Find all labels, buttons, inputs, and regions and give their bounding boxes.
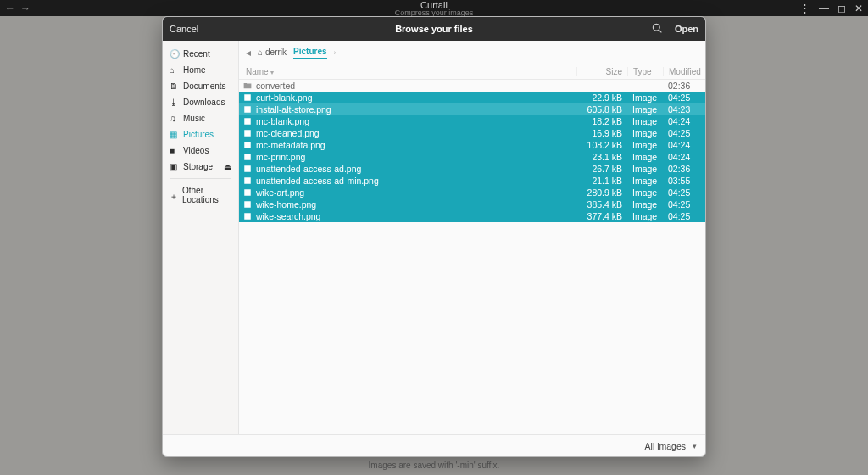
app-topbar: ← → Curtail Compress your images ⋮ — ◻ ✕ xyxy=(0,0,868,16)
dialog-header: Cancel Browse your files Open xyxy=(163,17,705,41)
sidebar-item-storage[interactable]: ▣Storage⏏ xyxy=(163,159,238,175)
sidebar-item-label: Pictures xyxy=(183,130,214,139)
file-modified: 04:25 xyxy=(663,211,705,221)
file-type: Image xyxy=(627,128,663,138)
file-row[interactable]: converted02:36 xyxy=(239,80,705,92)
videos-icon: ■ xyxy=(170,146,179,155)
col-name[interactable]: Name ▾ xyxy=(242,67,576,76)
file-name: mc-cleaned.png xyxy=(256,128,576,138)
eject-icon[interactable]: ⏏ xyxy=(224,162,231,171)
menu-icon[interactable]: ⋮ xyxy=(799,2,810,14)
file-size: 385.4 kB xyxy=(576,199,627,210)
image-file-icon xyxy=(242,200,253,209)
file-name: mc-metadata.png xyxy=(256,140,576,150)
file-size: 18.2 kB xyxy=(576,116,627,126)
file-name: mc-print.png xyxy=(256,152,576,162)
file-name: install-alt-store.png xyxy=(256,104,576,115)
file-size: 22.9 kB xyxy=(576,92,627,103)
file-type: Image xyxy=(627,104,663,115)
folder-icon xyxy=(242,81,253,90)
chevron-right-icon: › xyxy=(334,48,337,57)
sidebar-item-documents[interactable]: 🗎Documents xyxy=(163,78,238,94)
drive-icon: ▣ xyxy=(170,162,179,171)
breadcrumb-pictures[interactable]: Pictures xyxy=(293,47,326,59)
open-button[interactable]: Open xyxy=(675,24,698,34)
file-name: curt-blank.png xyxy=(256,92,576,103)
file-filter-select[interactable]: All images xyxy=(645,441,686,451)
image-file-icon xyxy=(242,153,253,161)
close-icon[interactable]: ✕ xyxy=(854,3,863,14)
file-size: 21.1 kB xyxy=(576,176,627,186)
image-file-icon xyxy=(242,93,253,102)
music-icon: ♫ xyxy=(170,114,179,123)
path-back-icon[interactable]: ◂ xyxy=(246,47,251,59)
breadcrumb-home[interactable]: ⌂derrik xyxy=(258,48,287,57)
forward-icon[interactable]: → xyxy=(20,3,31,14)
file-row[interactable]: mc-cleaned.png16.9 kBImage04:25 xyxy=(239,127,705,139)
file-type: Image xyxy=(627,199,663,210)
col-modified[interactable]: Modified xyxy=(663,67,705,76)
file-row[interactable]: mc-print.png23.1 kBImage04:24 xyxy=(239,151,705,163)
file-type: Image xyxy=(627,92,663,103)
col-size[interactable]: Size xyxy=(576,67,627,76)
image-file-icon xyxy=(242,212,253,221)
plus-icon: ＋ xyxy=(170,191,178,200)
image-file-icon xyxy=(242,165,253,173)
file-row[interactable]: install-alt-store.png605.8 kBImage04:23 xyxy=(239,103,705,115)
file-size: 280.9 kB xyxy=(576,187,627,198)
file-row[interactable]: mc-metadata.png108.2 kBImage04:24 xyxy=(239,139,705,151)
back-icon[interactable]: ← xyxy=(5,3,15,14)
file-size: 23.1 kB xyxy=(576,152,627,162)
file-row[interactable]: unattended-access-ad-min.png21.1 kBImage… xyxy=(239,175,705,187)
places-sidebar: 🕘Recent ⌂Home 🗎Documents ⭳Downloads ♫Mus… xyxy=(163,41,239,434)
col-type[interactable]: Type xyxy=(627,67,663,76)
file-size: 108.2 kB xyxy=(576,140,627,150)
dialog-footer: All images ▾ xyxy=(163,434,705,456)
file-row[interactable]: unattended-access-ad.png26.7 kBImage02:3… xyxy=(239,163,705,175)
image-file-icon xyxy=(242,176,253,185)
file-modified: 04:25 xyxy=(663,199,705,210)
sidebar-item-recent[interactable]: 🕘Recent xyxy=(163,46,238,62)
sidebar-item-label: Documents xyxy=(183,81,226,91)
file-modified: 03:55 xyxy=(663,176,705,186)
sidebar-item-downloads[interactable]: ⭳Downloads xyxy=(163,94,238,110)
documents-icon: 🗎 xyxy=(170,81,179,91)
file-modified: 02:36 xyxy=(663,81,705,91)
file-row[interactable]: wike-home.png385.4 kBImage04:25 xyxy=(239,198,705,210)
minimize-icon[interactable]: — xyxy=(819,3,829,14)
sidebar-item-label: Videos xyxy=(183,146,209,155)
cancel-button[interactable]: Cancel xyxy=(170,24,198,34)
pictures-icon: ▦ xyxy=(170,130,179,139)
image-file-icon xyxy=(242,117,253,126)
sidebar-item-label: Home xyxy=(183,65,206,75)
hint-text: Images are saved with '-min' suffix. xyxy=(369,461,500,470)
image-file-icon xyxy=(242,105,253,114)
sidebar-item-home[interactable]: ⌂Home xyxy=(163,62,238,78)
file-name: unattended-access-ad-min.png xyxy=(256,176,576,186)
sidebar-item-music[interactable]: ♫Music xyxy=(163,110,238,126)
file-row[interactable]: curt-blank.png22.9 kBImage04:25 xyxy=(239,92,705,103)
sidebar-item-label: Other Locations xyxy=(182,186,231,204)
maximize-icon[interactable]: ◻ xyxy=(837,3,846,14)
sidebar-item-videos[interactable]: ■Videos xyxy=(163,142,238,159)
file-size: 377.4 kB xyxy=(576,211,627,221)
sidebar-item-other-locations[interactable]: ＋Other Locations xyxy=(163,182,238,208)
file-name: converted xyxy=(256,81,576,91)
file-modified: 04:25 xyxy=(663,187,705,198)
file-type: Image xyxy=(627,152,663,162)
sidebar-item-label: Storage xyxy=(183,162,213,171)
file-modified: 04:24 xyxy=(663,140,705,150)
download-icon: ⭳ xyxy=(170,98,179,107)
file-size: 26.7 kB xyxy=(576,164,627,174)
search-icon[interactable] xyxy=(652,23,663,36)
file-type: Image xyxy=(627,140,663,150)
clock-icon: 🕘 xyxy=(170,49,179,59)
file-modified: 02:36 xyxy=(663,164,705,174)
image-file-icon xyxy=(242,129,253,137)
file-row[interactable]: wike-search.png377.4 kBImage04:25 xyxy=(239,210,705,222)
file-row[interactable]: mc-blank.png18.2 kBImage04:24 xyxy=(239,115,705,127)
sidebar-item-pictures[interactable]: ▦Pictures xyxy=(163,126,238,142)
file-chooser-dialog: Cancel Browse your files Open 🕘Recent ⌂H… xyxy=(162,16,706,457)
file-row[interactable]: wike-art.png280.9 kBImage04:25 xyxy=(239,187,705,198)
file-type: Image xyxy=(627,211,663,221)
